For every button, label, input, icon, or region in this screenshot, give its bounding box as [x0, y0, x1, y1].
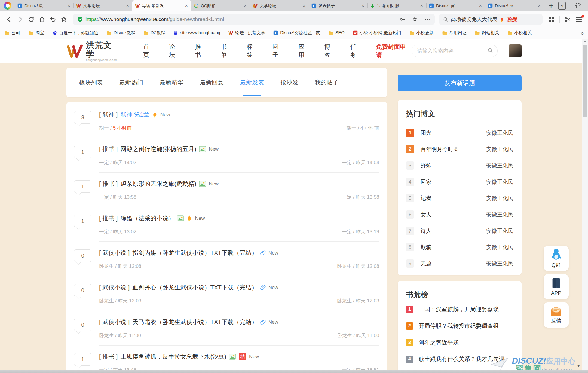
scrollbar-up-arrow[interactable] — [583, 40, 587, 42]
browser-tab[interactable]: Discuz! 应× — [485, 0, 544, 11]
browser-tab[interactable]: Discuz! 最× — [15, 0, 74, 11]
bookmark-item[interactable]: 小说更新 — [409, 30, 434, 36]
lastpost-author[interactable]: 一定 — [342, 229, 352, 234]
forum-tab[interactable]: 抢沙发 — [280, 68, 298, 97]
thread-category[interactable]: [ 推书 ] — [99, 353, 118, 361]
nav-item[interactable]: 推书 — [195, 43, 207, 59]
password-key-icon[interactable] — [399, 16, 405, 22]
lastpost-author[interactable]: 卧龙生 — [337, 264, 352, 269]
bookmark-item[interactable]: DZ教程 — [143, 30, 165, 36]
tab-close-icon[interactable]: × — [243, 3, 247, 9]
thread-category[interactable]: [ 武侠小说 ] — [99, 283, 130, 292]
nav-item[interactable]: 书单 — [221, 43, 232, 59]
bookmark-item[interactable]: Discuz教程 — [106, 30, 135, 36]
nav-item[interactable]: 论坛 — [169, 43, 181, 59]
thread-author[interactable]: 胡一 — [99, 125, 109, 131]
new-topic-button[interactable]: 发布新话题 — [398, 75, 522, 91]
more-dots-icon[interactable] — [424, 16, 430, 22]
browser-tab[interactable]: 文学论坛 -× — [250, 0, 309, 11]
book-title[interactable]: 三国：汉室麒麟，开局迎娶蔡琰 — [419, 305, 499, 313]
tab-close-icon[interactable]: × — [419, 3, 424, 9]
thread-author[interactable]: 一定 — [99, 194, 109, 200]
undo-icon[interactable] — [48, 14, 58, 24]
forum-tab[interactable]: 我的帖子 — [315, 68, 339, 97]
bookmark-item[interactable]: SEO — [328, 30, 345, 35]
tab-close-icon[interactable]: × — [302, 3, 306, 9]
bookmark-item[interactable]: Discuz!交流社区 - 贰 — [273, 30, 320, 36]
hot-search-text[interactable]: 高瑜被罢免人大代表 — [451, 16, 497, 23]
tab-close-icon[interactable]: × — [125, 3, 130, 9]
blog-author[interactable]: 安徽王化民 — [486, 211, 513, 218]
thread-author[interactable]: 一定 — [99, 229, 109, 234]
thread-author[interactable]: 卧龙生 — [99, 264, 114, 269]
lastpost-author[interactable]: 一定 — [342, 160, 352, 165]
lastpost-author[interactable]: 卧龙生 — [337, 298, 352, 304]
thread-category[interactable]: [ 武侠小说 ] — [99, 249, 130, 257]
home-icon[interactable] — [37, 14, 47, 24]
forum-tab[interactable]: 最新精华 — [160, 68, 183, 97]
screenshot-scissors-icon[interactable] — [563, 14, 573, 24]
bookmark-item[interactable]: 小说相关 — [507, 30, 532, 36]
blog-author[interactable]: 安徽王化民 — [486, 244, 513, 251]
blog-author[interactable]: 安徽王化民 — [486, 129, 513, 137]
bookmark-item[interactable]: 百度一下，你就知道 — [52, 30, 98, 36]
forum-tab[interactable]: 最新热门 — [119, 68, 143, 97]
tab-close-icon[interactable]: × — [361, 3, 365, 9]
favorite-star-icon[interactable] — [412, 16, 418, 22]
url-text[interactable]: https://www.honghuangwenxue.com/guide-ne… — [85, 16, 393, 22]
nav-item[interactable]: 任务 — [350, 43, 362, 59]
thread-author[interactable]: 卧龙生 — [99, 298, 114, 304]
hot-search-box[interactable]: 高瑜被罢免人大代表 热搜 — [439, 14, 543, 25]
nav-item[interactable]: 首页 — [143, 43, 155, 59]
book-rank-item[interactable]: 2开局停职？我转投市纪委调查组 — [406, 322, 513, 330]
lastpost-author[interactable]: 卧龙生 — [337, 333, 352, 338]
blog-title[interactable]: 回家 — [421, 178, 486, 186]
hot-blog-item[interactable]: 3野炼安徽王化民 — [406, 157, 513, 174]
hot-blog-item[interactable]: 4回家安徽王化民 — [406, 174, 513, 190]
blog-title[interactable]: 欺骗 — [421, 244, 486, 251]
blog-title[interactable]: 无题 — [421, 260, 486, 267]
blog-author[interactable]: 安徽王化民 — [486, 227, 513, 235]
collect-star-icon[interactable] — [59, 14, 69, 24]
lastpost-author[interactable]: 胡一 — [347, 125, 356, 131]
browser-tab[interactable]: 导读-最新发× — [132, 0, 191, 11]
browser-tab[interactable]: 文学论坛 -× — [74, 0, 132, 11]
nav-item[interactable]: 圈子 — [272, 43, 284, 59]
page-scrollbar[interactable] — [582, 39, 588, 370]
blog-author[interactable]: 安徽王化民 — [486, 178, 513, 186]
bookmark-item[interactable]: 淘宝 — [28, 30, 44, 36]
browser-tab[interactable]: Discuz! 官× — [426, 0, 485, 11]
bookmark-item[interactable]: site:www.honghuang — [173, 30, 220, 35]
thread-category[interactable]: [ 武侠小说 ] — [99, 318, 130, 326]
tab-close-icon[interactable]: × — [537, 3, 541, 9]
lastpost-author[interactable]: 一定 — [342, 367, 352, 370]
blog-title[interactable]: 阳光 — [421, 129, 486, 137]
thread-title[interactable]: 指剑为媒（卧龙生武侠小说）TXT下载（完结） — [132, 249, 258, 257]
bookmark-item[interactable]: 小说,小说网,最新热门 — [353, 30, 401, 36]
browser-logo-icon[interactable] — [4, 2, 11, 10]
float-feedback-button[interactable]: 反馈 — [544, 302, 569, 328]
hot-blog-item[interactable]: 8欺骗安徽王化民 — [406, 239, 513, 255]
back-icon[interactable] — [4, 14, 14, 24]
apps-grid-icon[interactable] — [546, 14, 556, 24]
thread-title[interactable]: 血剑丹心（卧龙生武侠小说）TXT下载（完结） — [132, 283, 258, 292]
scrollbar-thumb[interactable] — [583, 45, 587, 117]
thread-title[interactable]: 上班摸鱼被抓，反手拉女总裁下水(汐豆) — [120, 353, 226, 361]
browser-tab[interactable]: 宝塔面板·服× — [367, 0, 426, 11]
refresh-icon[interactable] — [26, 14, 36, 24]
thread-title[interactable]: 弑神 第1章 — [120, 111, 149, 119]
tab-count-badge[interactable]: 9 — [558, 2, 566, 10]
theme-shirt-icon[interactable] — [574, 2, 582, 10]
thread-category[interactable]: [ 弑神 ] — [99, 111, 118, 119]
thread-title[interactable]: 虐杀原形的无限之旅(鹦鹉精) — [120, 180, 196, 188]
hot-blog-item[interactable]: 2百年明月今时圆安徽王化民 — [406, 141, 513, 157]
blog-title[interactable]: 百年明月今时圆 — [421, 146, 486, 153]
site-logo[interactable]: 洪荒文学 honghuangwenxue.com — [66, 41, 120, 62]
tab-close-icon[interactable]: × — [478, 3, 482, 9]
tab-close-icon[interactable]: × — [184, 3, 188, 9]
thread-category[interactable]: [ 推书 ] — [99, 145, 118, 153]
book-rank-item[interactable]: 1三国：汉室麒麟，开局迎娶蔡琰 — [406, 305, 513, 313]
blog-author[interactable]: 安徽王化民 — [486, 146, 513, 153]
site-search-input[interactable] — [412, 45, 498, 57]
forum-tab[interactable]: 最新回复 — [200, 68, 224, 97]
